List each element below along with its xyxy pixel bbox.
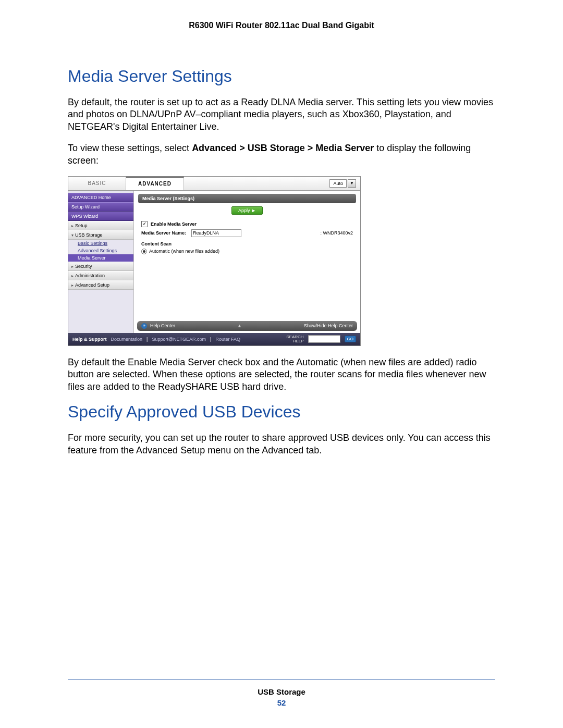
enable-media-server-label: Enable Media Server bbox=[151, 221, 197, 227]
tab-bar: BASIC ADVANCED Auto ▼ bbox=[68, 177, 360, 191]
documentation-link[interactable]: Documentation bbox=[111, 337, 143, 342]
footer-chapter: USB Storage bbox=[68, 687, 495, 696]
automatic-scan-radio[interactable] bbox=[141, 249, 147, 254]
page-footer: USB Storage 52 bbox=[68, 680, 495, 707]
sidebar-item-wps-wizard[interactable]: WPS Wizard bbox=[68, 212, 133, 221]
media-server-name-input[interactable]: ReadyDLNA bbox=[191, 229, 241, 237]
footer-page-number: 52 bbox=[68, 698, 495, 707]
paragraph: By default the Enable Media Server check… bbox=[68, 356, 495, 393]
footer-bar: Help & Support Documentation | Support@N… bbox=[68, 333, 360, 346]
help-icon: ? bbox=[141, 323, 147, 329]
sidebar-sub-basic-settings[interactable]: Basic Settings bbox=[68, 240, 133, 247]
enable-media-server-checkbox[interactable]: ✓ bbox=[141, 221, 148, 227]
search-help-input[interactable] bbox=[308, 335, 340, 343]
paragraph: By default, the router is set up to act … bbox=[68, 96, 495, 133]
divider: | bbox=[146, 337, 148, 342]
bold-text: Advanced > USB Storage > Media Server bbox=[192, 143, 374, 153]
heading-specify-approved-usb-devices: Specify Approved USB Devices bbox=[68, 402, 495, 422]
chevron-up-icon: ▲ bbox=[237, 323, 242, 328]
enable-media-server-row: ✓ Enable Media Server bbox=[134, 220, 360, 228]
heading-media-server-settings: Media Server Settings bbox=[68, 67, 495, 86]
media-server-name-label: Media Server Name: bbox=[141, 230, 188, 236]
tab-advanced[interactable]: ADVANCED bbox=[126, 177, 184, 190]
main-panel: Media Server (Settings) Apply ► ✓ Enable… bbox=[134, 191, 360, 333]
divider: | bbox=[210, 337, 211, 342]
sidebar-sub-media-server[interactable]: Media Server bbox=[68, 254, 133, 262]
media-server-name-row: Media Server Name: ReadyDLNA : WNDR3400v… bbox=[134, 228, 360, 238]
search-help-label: SEARCH HELP bbox=[286, 335, 303, 343]
media-server-name-suffix: : WNDR3400v2 bbox=[320, 230, 353, 236]
refresh-select[interactable]: Auto ▼ bbox=[329, 179, 356, 188]
sidebar-sub-advanced-settings[interactable]: Advanced Settings bbox=[68, 247, 133, 254]
tab-basic[interactable]: BASIC bbox=[68, 177, 126, 190]
paragraph: To view these settings, select Advanced … bbox=[68, 142, 495, 167]
sidebar: ADVANCED Home Setup Wizard WPS Wizard Se… bbox=[68, 191, 134, 333]
help-center-label: Help Center bbox=[150, 323, 175, 328]
chevron-down-icon: ▼ bbox=[348, 179, 356, 188]
sidebar-item-security[interactable]: Security bbox=[68, 262, 133, 271]
help-center-toggle[interactable]: Show/Hide Help Center bbox=[304, 323, 353, 328]
support-link[interactable]: Support@NETGEAR.com bbox=[152, 337, 206, 342]
help-support-label: Help & Support bbox=[72, 337, 107, 342]
go-button[interactable]: GO bbox=[345, 336, 356, 342]
sidebar-item-advanced-setup[interactable]: Advanced Setup bbox=[68, 280, 133, 290]
panel-title: Media Server (Settings) bbox=[138, 194, 356, 203]
sidebar-item-setup-wizard[interactable]: Setup Wizard bbox=[68, 202, 133, 212]
sidebar-item-setup[interactable]: Setup bbox=[68, 221, 133, 230]
router-ui-screenshot: BASIC ADVANCED Auto ▼ ADVANCED Home Setu… bbox=[68, 176, 361, 346]
paragraph: For more security, you can set up the ro… bbox=[68, 432, 495, 456]
document-header: R6300 WiFi Router 802.11ac Dual Band Gig… bbox=[68, 21, 495, 30]
apply-button[interactable]: Apply ► bbox=[231, 206, 263, 215]
refresh-select-value: Auto bbox=[329, 179, 347, 188]
router-faq-link[interactable]: Router FAQ bbox=[215, 337, 240, 342]
content-scan-heading: Content Scan bbox=[134, 238, 360, 248]
content-scan-option-row: Automatic (when new files added) bbox=[134, 248, 360, 258]
sidebar-item-usb-storage[interactable]: USB Storage bbox=[68, 230, 133, 240]
help-center-bar[interactable]: ? Help Center ▲ Show/Hide Help Center bbox=[137, 321, 357, 331]
sidebar-item-advanced-home[interactable]: ADVANCED Home bbox=[68, 193, 133, 202]
text: To view these settings, select bbox=[68, 143, 192, 153]
sidebar-item-administration[interactable]: Administration bbox=[68, 271, 133, 280]
automatic-scan-label: Automatic (when new files added) bbox=[149, 249, 219, 254]
